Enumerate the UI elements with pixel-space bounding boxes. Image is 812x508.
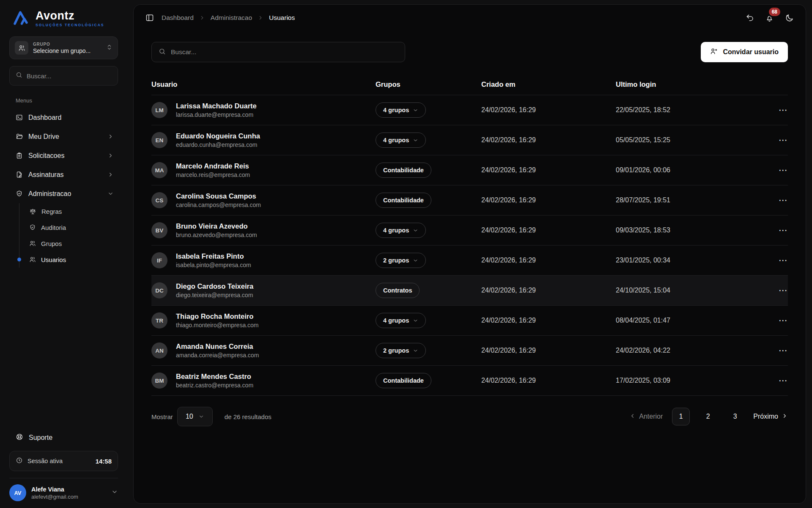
- avatar: BV: [151, 222, 167, 238]
- page-size-select[interactable]: 10: [177, 407, 213, 426]
- groups-chip-label: 2 grupos: [383, 347, 409, 354]
- notifications-button[interactable]: 68: [765, 14, 774, 22]
- row-actions-button[interactable]: ⋯: [779, 346, 788, 355]
- row-actions-button[interactable]: ⋯: [779, 286, 788, 295]
- group-selector[interactable]: GRUPO Selecione um grupo...: [9, 36, 118, 59]
- sidebar-item-suporte[interactable]: Suporte: [9, 428, 118, 447]
- row-actions-button[interactable]: ⋯: [779, 196, 788, 204]
- chevron-right-icon: [199, 15, 205, 21]
- users-icon: [15, 41, 28, 55]
- last-login: 23/01/2025, 00:34: [616, 257, 768, 264]
- groups-chip[interactable]: 2 grupos: [376, 253, 426, 268]
- page-button-3[interactable]: 3: [726, 408, 744, 425]
- user-name: Beatriz Mendes Castro: [176, 373, 253, 381]
- results-count-label: de 26 resultados: [225, 413, 272, 420]
- table-row[interactable]: EN Eduardo Nogueira Cunha eduardo.cunha@…: [151, 125, 788, 155]
- table-row[interactable]: IF Isabela Freitas Pinto isabela.pinto@e…: [151, 246, 788, 276]
- shield-check-icon: [16, 190, 23, 197]
- table-row[interactable]: BM Beatriz Mendes Castro beatriz.castro@…: [151, 366, 788, 396]
- groups-chip[interactable]: Contabilidade: [376, 193, 431, 208]
- groups-chip[interactable]: 4 grupos: [376, 223, 426, 238]
- previous-page-label: Anterior: [639, 413, 663, 420]
- groups-chip[interactable]: 4 grupos: [376, 102, 426, 118]
- search-icon: [159, 48, 166, 57]
- user-email: eduardo.cunha@empresa.com: [176, 141, 260, 148]
- table-body: LM Larissa Machado Duarte larissa.duarte…: [151, 95, 788, 396]
- main-header: Dashboard Administracao Usuarios 68: [134, 5, 806, 31]
- chevron-down-icon: [413, 258, 418, 263]
- groups-chip[interactable]: 2 grupos: [376, 343, 426, 358]
- sidebar-item-usuarios[interactable]: Usuarios: [19, 251, 118, 268]
- table-row[interactable]: LM Larissa Machado Duarte larissa.duarte…: [151, 95, 788, 125]
- page-button-2[interactable]: 2: [699, 408, 717, 425]
- created-at: 24/02/2026, 16:29: [481, 226, 616, 234]
- next-page-button[interactable]: Próximo: [753, 413, 788, 421]
- row-actions-button[interactable]: ⋯: [779, 316, 788, 325]
- user-email: alefevt@gmail.com: [31, 494, 106, 500]
- user-name: Bruno Vieira Azevedo: [176, 222, 257, 230]
- previous-page-button[interactable]: Anterior: [629, 413, 663, 421]
- table-row[interactable]: BV Bruno Vieira Azevedo bruno.azevedo@em…: [151, 215, 788, 246]
- sidebar-item-regras[interactable]: Regras: [19, 203, 118, 219]
- table-row[interactable]: AN Amanda Nunes Correia amanda.correia@e…: [151, 336, 788, 366]
- sidebar-item-solicitacoes[interactable]: Solicitacoes: [9, 146, 118, 165]
- user-name: Carolina Sousa Campos: [176, 192, 261, 200]
- file-signature-icon: [16, 171, 23, 178]
- table-search-input[interactable]: [171, 48, 398, 56]
- content-area: Convidar usuario Usuario Grupos Criado e…: [134, 31, 806, 503]
- chevron-down-icon: [413, 318, 418, 323]
- sidebar-toggle-icon[interactable]: [145, 14, 154, 22]
- user-menu[interactable]: AV Alefe Viana alefevt@gmail.com: [9, 478, 118, 501]
- support-label: Suporte: [29, 434, 52, 442]
- created-at: 24/02/2026, 16:29: [481, 136, 616, 144]
- sidebar-item-administracao[interactable]: Administracao: [9, 184, 118, 203]
- shield-check-icon: [29, 224, 36, 231]
- brand-name: Avontz: [36, 10, 104, 22]
- brand-logo: Avontz SOLUÇÕES TECNOLÓGICAS: [12, 9, 118, 28]
- table-row[interactable]: DC Diego Cardoso Teixeira diego.teixeira…: [151, 276, 788, 306]
- avatar: LM: [151, 102, 167, 118]
- admin-subnav: Regras Auditoria Grupos Usuarios: [19, 203, 118, 268]
- group-selector-label: GRUPO: [33, 42, 102, 47]
- table-row[interactable]: CS Carolina Sousa Campos carolina.campos…: [151, 185, 788, 215]
- chevron-down-icon: [111, 489, 118, 497]
- user-plus-icon: [710, 47, 718, 57]
- row-actions-button[interactable]: ⋯: [779, 135, 788, 144]
- brand-logo-icon: [12, 9, 31, 28]
- user-email: amanda.correia@empresa.com: [176, 352, 259, 359]
- sidebar-item-assinaturas[interactable]: Assinaturas: [9, 165, 118, 184]
- table-row[interactable]: MA Marcelo Andrade Reis marcelo.reis@emp…: [151, 155, 788, 185]
- last-login: 22/05/2025, 18:52: [616, 106, 768, 114]
- created-at: 24/02/2026, 16:29: [481, 287, 616, 294]
- table-row[interactable]: TR Thiago Rocha Monteiro thiago.monteiro…: [151, 306, 788, 336]
- row-actions-button[interactable]: ⋯: [779, 105, 788, 114]
- sidebar-item-auditoria[interactable]: Auditoria: [19, 219, 118, 235]
- scales-icon: [29, 208, 36, 215]
- row-actions-button[interactable]: ⋯: [779, 226, 788, 235]
- chevrons-up-down-icon: [106, 44, 112, 52]
- groups-chip[interactable]: Contabilidade: [376, 163, 431, 178]
- groups-chip[interactable]: 4 grupos: [376, 313, 426, 328]
- groups-chip-label: 4 grupos: [383, 137, 409, 144]
- groups-chip[interactable]: Contratos: [376, 283, 420, 298]
- created-at: 24/02/2026, 16:29: [481, 257, 616, 264]
- sidebar-search-input[interactable]: [27, 72, 112, 80]
- row-actions-button[interactable]: ⋯: [779, 256, 788, 265]
- avatar: AV: [9, 484, 26, 501]
- invite-user-button[interactable]: Convidar usuario: [701, 42, 788, 62]
- row-actions-button[interactable]: ⋯: [779, 376, 788, 385]
- sidebar-item-meu-drive[interactable]: Meu Drive: [9, 127, 118, 146]
- sidebar-item-grupos[interactable]: Grupos: [19, 235, 118, 251]
- theme-toggle-moon-icon[interactable]: [785, 14, 794, 22]
- groups-chip[interactable]: Contabilidade: [376, 373, 431, 388]
- breadcrumb-administracao[interactable]: Administracao: [211, 14, 252, 22]
- groups-chip[interactable]: 4 grupos: [376, 133, 426, 148]
- row-actions-button[interactable]: ⋯: [779, 166, 788, 174]
- page-button-1[interactable]: 1: [672, 408, 690, 425]
- breadcrumb-dashboard[interactable]: Dashboard: [162, 14, 194, 22]
- undo-button[interactable]: [746, 14, 754, 22]
- sidebar: Avontz SOLUÇÕES TECNOLÓGICAS GRUPO Selec…: [0, 0, 133, 508]
- sidebar-item-label: Administracao: [28, 190, 102, 198]
- sidebar-item-dashboard[interactable]: Dashboard: [9, 108, 118, 127]
- toolbar: Convidar usuario: [151, 42, 788, 62]
